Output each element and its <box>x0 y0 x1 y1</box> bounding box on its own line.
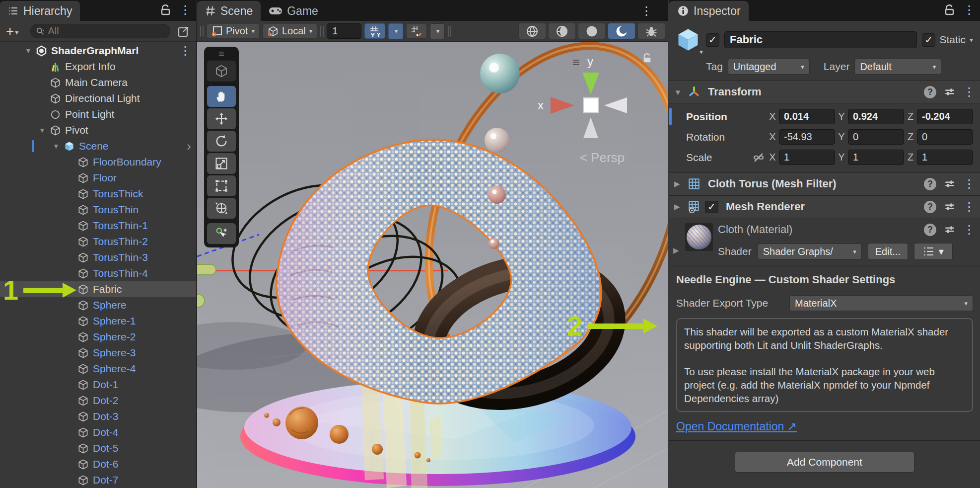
component-menu-icon[interactable]: ⋮ <box>963 224 975 236</box>
rotation-z-field[interactable]: 0 <box>917 129 973 145</box>
help-icon[interactable]: ? <box>924 201 936 213</box>
lighting-toggle-button[interactable] <box>608 23 635 39</box>
hierarchy-item-floorboundary[interactable]: FloorBoundary <box>0 154 196 170</box>
snap-button[interactable] <box>406 23 427 39</box>
perspective-label[interactable]: < Persp <box>580 150 625 165</box>
hierarchy-item-sphere-2[interactable]: Sphere-2 <box>0 329 196 345</box>
open-documentation-link[interactable]: Open Documentation ↗ <box>676 420 797 433</box>
shader-list-button[interactable]: ▾ <box>914 243 953 260</box>
hierarchy-item-directional-light[interactable]: Directional Light <box>0 90 196 106</box>
position-y-field[interactable]: 0.924 <box>848 109 904 124</box>
hierarchy-item-shadergraphmarl[interactable]: ▼ShaderGraphMarl⋮ <box>0 43 196 59</box>
inspector-menu-icon[interactable]: ⋮ <box>963 4 975 16</box>
hierarchy-item-pivot[interactable]: ▼Pivot <box>0 122 196 138</box>
mesh-renderer-header[interactable]: ▶ ✓ Mesh Renderer ? ⋮ <box>669 195 980 218</box>
gizmo-down-cone[interactable] <box>583 117 598 138</box>
foldout-open-icon[interactable]: ▼ <box>674 88 683 96</box>
shading-wireframe-button[interactable] <box>518 23 546 39</box>
layer-dropdown[interactable]: Default ▾ <box>854 59 941 75</box>
tab-hierarchy[interactable]: Hierarchy <box>0 1 80 21</box>
add-component-button[interactable]: Add Component <box>735 452 914 473</box>
renderer-enabled-checkbox[interactable]: ✓ <box>705 201 718 213</box>
tag-dropdown[interactable]: Untagged ▾ <box>728 59 810 75</box>
hierarchy-item-torusthick[interactable]: TorusThick <box>0 186 196 202</box>
gameobject-cube-icon[interactable] <box>675 27 701 53</box>
fabric-torus-selected[interactable] <box>277 140 601 404</box>
snap-options-dropdown[interactable]: ▾ <box>430 23 445 39</box>
help-icon[interactable]: ? <box>924 224 936 236</box>
component-menu-icon[interactable]: ⋮ <box>963 86 975 98</box>
scale-x-field[interactable]: 1 <box>779 150 835 165</box>
shading-shaded-wireframe-button[interactable] <box>548 23 576 39</box>
lock-icon[interactable] <box>160 4 171 16</box>
scale-z-field[interactable]: 1 <box>917 150 973 165</box>
static-checkbox[interactable]: ✓ <box>922 33 935 47</box>
position-x-field[interactable]: 0.014 <box>779 109 835 124</box>
toolbar-grip[interactable] <box>320 26 324 37</box>
tab-scene[interactable]: Scene <box>197 1 261 21</box>
hierarchy-item-export-info[interactable]: Export Info <box>0 59 196 75</box>
prefab-open-chevron-icon[interactable]: › <box>187 139 191 154</box>
pivot-mode-button[interactable]: Pivot ▾ <box>207 23 260 39</box>
hierarchy-item-torusthin-1[interactable]: TorusThin-1 <box>0 218 196 234</box>
search-input[interactable] <box>48 25 165 37</box>
rotate-tool-button[interactable] <box>207 131 236 152</box>
unlink-scale-icon[interactable] <box>751 152 766 163</box>
hierarchy-item-sphere-4[interactable]: Sphere-4 <box>0 361 196 377</box>
hierarchy-item-floor[interactable]: Floor <box>0 170 196 186</box>
hierarchy-item-sphere-1[interactable]: Sphere-1 <box>0 313 196 329</box>
hierarchy-search[interactable] <box>30 24 170 38</box>
component-menu-icon[interactable]: ⋮ <box>963 178 975 190</box>
scale-tool-button[interactable] <box>207 153 236 174</box>
chevron-down-icon[interactable]: ▾ <box>700 48 703 56</box>
hierarchy-item-dot-5[interactable]: Dot-5 <box>0 440 196 456</box>
presets-icon[interactable] <box>943 223 956 236</box>
foldout-closed-icon[interactable]: ▶ <box>674 202 683 211</box>
toolbar-grip[interactable] <box>448 26 451 37</box>
hierarchy-item-torusthin-2[interactable]: TorusThin-2 <box>0 234 196 249</box>
hand-tool-button[interactable] <box>207 86 236 107</box>
gizmo-y-cone[interactable] <box>582 73 599 94</box>
shading-shaded-button[interactable] <box>578 23 606 39</box>
foldout-open-icon[interactable]: ▼ <box>50 142 63 150</box>
object-name-field[interactable] <box>724 31 917 48</box>
hierarchy-item-dot-1[interactable]: Dot-1 <box>0 377 196 393</box>
hierarchy-item-dot-7[interactable]: Dot-7 <box>0 472 196 488</box>
shader-dropdown[interactable]: Shader Graphs/ ▾ <box>758 244 862 259</box>
help-icon[interactable]: ? <box>924 86 936 98</box>
gizmo-z-cone[interactable] <box>604 97 627 113</box>
tab-inspector[interactable]: Inspector <box>669 1 749 21</box>
active-checkbox[interactable]: ✓ <box>706 33 719 47</box>
hierarchy-menu-icon[interactable]: ⋮ <box>179 4 191 16</box>
hierarchy-item-dot-6[interactable]: Dot-6 <box>0 456 196 472</box>
component-menu-icon[interactable]: ⋮ <box>963 201 975 213</box>
hierarchy-item-sphere-3[interactable]: Sphere-3 <box>0 345 196 361</box>
hierarchy-item-point-light[interactable]: Point Light <box>0 106 196 122</box>
grid-options-dropdown[interactable]: ▾ <box>388 23 403 39</box>
item-menu-icon[interactable]: ⋮ <box>179 45 191 57</box>
rotation-x-field[interactable]: -54.93 <box>779 129 835 145</box>
hierarchy-item-torusthin[interactable]: TorusThin <box>0 202 196 218</box>
chevron-down-icon[interactable]: ▾ <box>970 36 973 44</box>
foldout-open-icon[interactable]: ▼ <box>22 47 35 55</box>
position-z-field[interactable]: -0.204 <box>917 109 973 124</box>
rect-tool-button[interactable] <box>207 175 236 196</box>
toolbar-grip[interactable] <box>200 26 204 37</box>
grid-visibility-button[interactable]: Y <box>364 23 385 39</box>
presets-icon[interactable] <box>943 85 956 98</box>
scale-y-field[interactable]: 1 <box>848 150 904 165</box>
gizmo-center-cube[interactable] <box>583 97 599 113</box>
gizmo-lock-icon[interactable] <box>642 53 652 64</box>
foldout-open-icon[interactable]: ▼ <box>36 126 49 134</box>
foldout-closed-icon[interactable]: ▶ <box>673 223 680 260</box>
gizmo-x-cone[interactable] <box>551 97 574 114</box>
hierarchy-item-main-camera[interactable]: Main Camera <box>0 75 196 90</box>
transform-tool-button[interactable] <box>207 198 236 219</box>
shader-export-type-dropdown[interactable]: MaterialX ▾ <box>789 295 973 311</box>
hierarchy-item-torusthin-3[interactable]: TorusThin-3 <box>0 249 196 265</box>
hierarchy-item-dot-2[interactable]: Dot-2 <box>0 393 196 408</box>
grid-size-field[interactable] <box>327 23 361 39</box>
foldout-closed-icon[interactable]: ▶ <box>674 179 683 188</box>
presets-icon[interactable] <box>943 200 956 213</box>
lock-icon[interactable] <box>944 4 955 16</box>
